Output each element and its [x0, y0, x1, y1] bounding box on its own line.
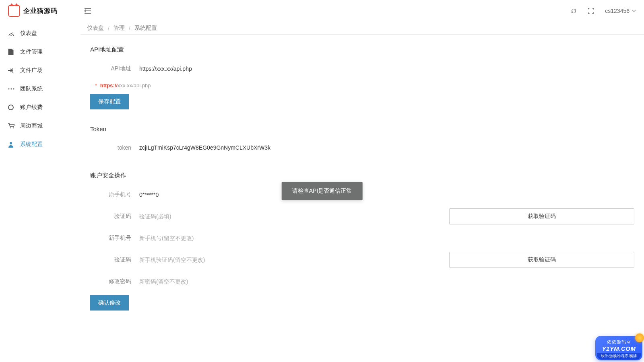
watermark-sub: 软件/游戏/小程序/棋牌: [597, 353, 641, 360]
sidebar-item-team[interactable]: 团队系统: [0, 80, 80, 98]
toast-message: 请检查API是否通信正常: [282, 182, 363, 200]
sidebar-item-label: 团队系统: [20, 85, 43, 93]
header-right: cs123456: [571, 8, 636, 14]
sidebar-item-files[interactable]: 文件管理: [0, 43, 80, 61]
row-token: token: [90, 140, 634, 156]
row-code1: 验证码 获取验证码: [90, 208, 634, 224]
token-input[interactable]: [138, 140, 489, 156]
logo-cat-icon: [8, 5, 20, 17]
code2-input[interactable]: [138, 252, 444, 268]
row-code2: 验证码 获取验证码: [90, 252, 634, 268]
chevron-down-icon: [632, 10, 636, 12]
label-token: token: [90, 144, 138, 151]
row-new-phone: 新手机号: [90, 230, 634, 246]
sidebar-item-label: 账户续费: [20, 104, 43, 111]
code1-input[interactable]: [138, 208, 444, 224]
breadcrumb-item: 系统配置: [134, 25, 157, 32]
collapse-sidebar-button[interactable]: [80, 6, 95, 16]
section-title-security: 账户安全操作: [90, 172, 634, 179]
breadcrumb-item[interactable]: 仪表盘: [87, 25, 104, 32]
cart-icon: [8, 123, 14, 129]
api-hint: * https://xxx.xx/api.php: [95, 82, 634, 88]
get-code1-button[interactable]: 获取验证码: [449, 208, 634, 224]
refresh-button[interactable]: [571, 8, 577, 14]
section-title-api: API地址配置: [90, 46, 634, 53]
circle-icon: [8, 105, 14, 110]
fullscreen-icon: [588, 8, 594, 14]
logo-text: 企业猫源码: [23, 7, 58, 15]
section-title-token: Token: [90, 125, 634, 132]
watermark: 依依源码网 Y1YM.COM 软件/游戏/小程序/棋牌: [595, 336, 642, 360]
hint-protocol: https://: [100, 82, 118, 88]
label-code1: 验证码: [90, 213, 138, 220]
sidebar: 仪表盘 文件管理 文件广场 团队系统 账户续费 周边商城 系统配置: [0, 22, 80, 362]
api-url-input[interactable]: [138, 61, 489, 77]
user-menu[interactable]: cs123456: [605, 8, 636, 14]
dashboard-icon: [8, 31, 14, 36]
label-old-phone: 原手机号: [90, 191, 138, 198]
sidebar-item-shop[interactable]: 周边商城: [0, 117, 80, 135]
breadcrumb: 仪表盘 / 管理 / 系统配置: [80, 22, 644, 35]
fullscreen-button[interactable]: [588, 8, 594, 14]
password-input[interactable]: [138, 274, 489, 290]
sidebar-item-label: 系统配置: [20, 141, 43, 148]
row-password: 修改密码: [90, 274, 634, 290]
label-new-phone: 新手机号: [90, 234, 138, 242]
refresh-icon: [571, 8, 577, 14]
get-code2-button[interactable]: 获取验证码: [449, 252, 634, 268]
logo[interactable]: 企业猫源码: [8, 5, 80, 17]
sidebar-item-label: 周边商城: [20, 122, 43, 130]
user-icon: [8, 142, 14, 148]
dots-icon: [8, 88, 14, 90]
sidebar-item-plaza[interactable]: 文件广场: [0, 61, 80, 80]
row-api-url: API地址: [90, 61, 634, 77]
svg-point-1: [10, 88, 12, 89]
label-password: 修改密码: [90, 278, 138, 285]
sidebar-item-label: 文件管理: [20, 48, 43, 56]
confirm-modify-button[interactable]: 确认修改: [90, 295, 129, 311]
breadcrumb-sep: /: [129, 25, 130, 31]
svg-point-4: [10, 128, 11, 129]
breadcrumb-item[interactable]: 管理: [114, 25, 125, 32]
required-star: *: [95, 82, 97, 88]
sidebar-item-label: 仪表盘: [20, 30, 37, 37]
share-icon: [8, 68, 14, 73]
user-name: cs123456: [605, 8, 630, 14]
new-phone-input[interactable]: [138, 230, 489, 246]
sidebar-item-settings[interactable]: 系统配置: [0, 135, 80, 154]
watermark-badge: 依依源码网 Y1YM.COM 软件/游戏/小程序/棋牌: [595, 336, 642, 360]
svg-point-6: [10, 142, 12, 144]
svg-point-3: [8, 105, 13, 110]
file-icon: [8, 49, 14, 55]
watermark-title: 依依源码网: [602, 339, 636, 345]
svg-point-5: [13, 128, 14, 129]
hint-rest: xxx.xx/api.php: [118, 82, 151, 88]
menu-collapse-icon: [85, 8, 91, 14]
save-config-button[interactable]: 保存配置: [90, 94, 129, 109]
label-code2: 验证码: [90, 256, 138, 263]
label-api-url: API地址: [90, 65, 138, 72]
sidebar-item-dashboard[interactable]: 仪表盘: [0, 24, 80, 43]
svg-point-2: [13, 88, 14, 89]
sidebar-item-renew[interactable]: 账户续费: [0, 98, 80, 117]
top-header: 企业猫源码 cs123456: [0, 0, 644, 22]
sidebar-item-label: 文件广场: [20, 67, 43, 74]
watermark-url: Y1YM.COM: [602, 345, 636, 352]
breadcrumb-sep: /: [108, 25, 109, 31]
svg-point-0: [8, 88, 9, 89]
